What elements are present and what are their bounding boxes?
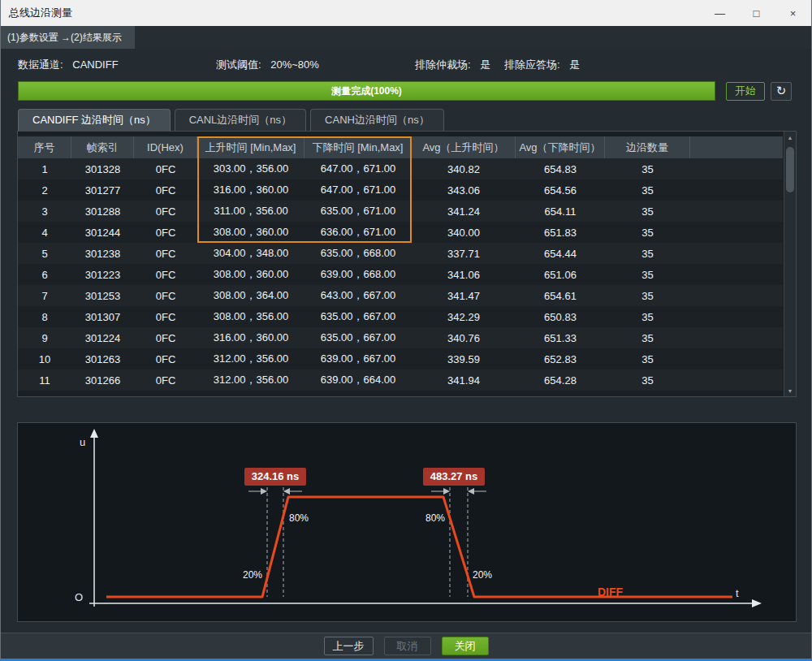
table-cell: 636.00，671.00 [304,222,412,243]
table-cell: 301223 [71,264,134,285]
table-cell: 340.76 [412,327,516,348]
table-row[interactable]: 103012630FC312.00，356.00639.00，667.00339… [18,348,783,369]
diff-signal-trace [106,497,732,597]
table-cell: 0FC [134,369,197,391]
table-row[interactable]: 83013070FC308.00，356.00635.00，667.00342.… [18,306,783,327]
table-cell: 301244 [71,222,134,243]
window-title: 总线边沿测量 [9,6,72,20]
scrollbar-thumb[interactable] [786,147,794,192]
table-row[interactable]: 63012230FC308.00，360.00639.00，668.00341.… [18,264,783,285]
tab-canl[interactable]: CANL边沿时间（ns） [175,109,306,131]
cancel-button[interactable]: 取消 [384,637,431,655]
table-cell: 647.00，671.00 [304,158,412,179]
table-cell: 301263 [71,348,134,369]
table-cell: 2 [18,179,71,201]
table-cell: 0FC [134,327,197,348]
column-header[interactable]: ID(Hex) [134,136,197,158]
table-cell: 635.00，671.00 [304,201,412,222]
exclude-ack-label: 排除应答场: [504,58,560,71]
column-header[interactable]: 上升时间 [Min,Max] [197,136,304,158]
tab-candiff[interactable]: CANDIFF 边沿时间（ns） [18,109,171,131]
step-bar: (1)参数设置 →(2)结果展示 [1,26,811,49]
table-cell: 654.11 [516,201,605,222]
table-cell: 8 [18,306,71,327]
table-row[interactable]: 53012380FC304.00，348.00635.00，668.00337.… [18,243,783,264]
table-cell: 11 [18,369,71,391]
table-cell: 0FC [134,264,197,285]
table-row[interactable]: 33012880FC311.00，356.00635.00，671.00341.… [18,201,783,222]
footer-bar: 上一步 取消 关闭 [1,633,811,659]
table-cell: 341.94 [412,369,516,391]
tab-canh[interactable]: CANH边沿时间（ns） [310,109,444,131]
table-cell: 1 [18,158,71,179]
table-cell: 0FC [134,348,197,369]
exclude-ack-value: 是 [569,58,580,71]
table-cell: 4 [18,222,71,243]
table-cell: 308.00，360.00 [197,264,304,285]
table-cell: 301288 [71,201,134,222]
table-cell: 301266 [71,369,134,391]
x-axis-arrow-icon [752,599,762,607]
table-cell: 3 [18,201,71,222]
start-button[interactable]: 开始 [726,82,765,101]
table-cell: 339.59 [412,348,516,369]
table-cell: 35 [605,306,690,327]
column-header[interactable]: Avg（下降时间） [516,136,605,158]
column-header[interactable]: Avg（上升时间） [412,136,516,158]
table-cell: 0FC [134,243,197,264]
table-cell: 647.00，671.00 [304,179,412,201]
table-cell: 35 [605,327,690,348]
table-cell: 35 [605,158,690,179]
table-cell: 311.00，356.00 [197,201,304,222]
column-header[interactable]: 下降时间 [Min,Max] [304,136,412,158]
table-cell: 639.00，667.00 [304,348,412,369]
waveform-plot: u t O [18,423,796,621]
fall-lower-threshold-label: 20% [473,569,492,581]
table-cell: 35 [605,369,690,391]
table-cell: 35 [605,264,690,285]
table-cell: 651.06 [516,264,605,285]
column-header[interactable]: 序号 [18,136,71,158]
test-threshold-label: 测试阈值: [216,58,261,71]
table-cell: 0FC [134,201,197,222]
table-cell: 303.00，356.00 [197,158,304,179]
refresh-button[interactable]: ↻ [771,82,792,101]
minimize-button[interactable]: — [702,0,738,26]
table-scrollbar[interactable]: ▲ ▼ [784,132,796,396]
table-cell: 9 [18,327,71,348]
table-row[interactable]: 23012770FC316.00，360.00647.00，671.00343.… [18,179,783,201]
table-cell: 301307 [71,306,134,327]
table-row[interactable]: 13013280FC303.00，356.00647.00，671.00340.… [18,158,783,179]
table-row[interactable]: 43012440FC308.00，360.00636.00，671.00340.… [18,222,783,243]
scroll-up-button[interactable]: ▲ [784,132,796,143]
results-table-inner: 序号帧索引ID(Hex)上升时间 [Min,Max]下降时间 [Min,Max]… [18,136,783,391]
table-cell: 301238 [71,243,134,264]
waveform-panel: u t O [17,422,797,622]
signal-name-label: DIFF [598,585,624,598]
exclude-arbitration-label: 排除仲裁场: [415,58,471,71]
table-cell: 301224 [71,327,134,348]
step-indicator[interactable]: (1)参数设置 →(2)结果展示 [1,26,135,49]
table-cell: 654.61 [516,285,605,306]
table-cell: 337.71 [412,243,516,264]
tab-bar: CANDIFF 边沿时间（ns）CANL边沿时间（ns）CANH边沿时间（ns） [18,109,444,131]
table-row[interactable]: 73012530FC308.00，364.00643.00，667.00341.… [18,285,783,306]
info-row: 数据通道: CANDIFF 测试阈值: 20%~80% 排除仲裁场: 是 排除应… [1,49,811,80]
fall-time-label: 483.27 ns [430,470,478,482]
origin-label: O [75,591,83,603]
results-table-header: 序号帧索引ID(Hex)上升时间 [Min,Max]下降时间 [Min,Max]… [18,136,783,158]
table-row[interactable]: 113012660FC312.00，356.00639.00，664.00341… [18,369,783,391]
previous-step-button[interactable]: 上一步 [324,637,374,655]
scroll-down-button[interactable]: ▼ [784,385,796,396]
column-header[interactable]: 边沿数量 [605,136,690,158]
fall-guides [450,487,468,597]
table-cell: 312.00，356.00 [197,369,304,391]
close-window-button[interactable]: × [775,0,811,26]
column-header[interactable]: 帧索引 [71,136,134,158]
close-button[interactable]: 关闭 [442,637,489,655]
table-cell: 654.44 [516,243,605,264]
maximize-button[interactable]: □ [738,0,775,26]
table-row[interactable]: 93012240FC316.00，360.00635.00，667.00340.… [18,327,783,348]
table-cell: 308.00，364.00 [197,285,304,306]
table-cell: 341.24 [412,201,516,222]
